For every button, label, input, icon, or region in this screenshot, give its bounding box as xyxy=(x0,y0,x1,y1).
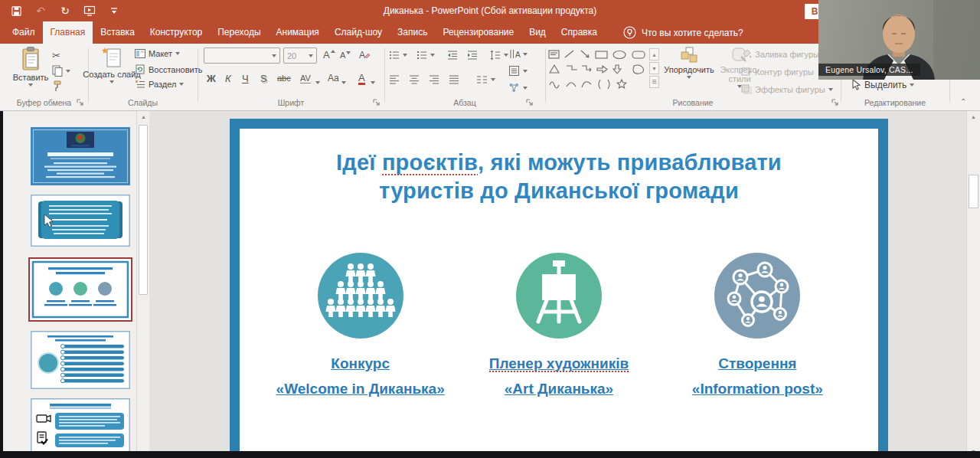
scrollbar-thumb[interactable] xyxy=(139,125,148,295)
slide-title[interactable]: Ідеї проєктів, які можуть приваблювати т… xyxy=(240,149,878,205)
paragraph-dialog-launcher[interactable] xyxy=(526,99,534,106)
section-label: Раздел xyxy=(149,80,176,89)
increase-indent-button[interactable] xyxy=(467,50,478,61)
text-direction-button[interactable]: A xyxy=(508,48,528,60)
editing-group-label: Редактирование xyxy=(841,98,949,107)
slide-item-contest[interactable]: Конкурс «Welcome in Диканька» xyxy=(261,253,459,397)
slide-thumbnail-1[interactable] xyxy=(31,127,130,185)
font-dialog-launcher[interactable] xyxy=(373,99,381,106)
tab-slideshow[interactable]: Слайд-шоу xyxy=(327,21,390,44)
layout-button[interactable]: Макет xyxy=(135,49,180,58)
tab-review[interactable]: Рецензирование xyxy=(435,21,521,44)
italic-button[interactable]: К xyxy=(225,73,231,84)
slide-editing-area[interactable]: Ідеї проєктів, які можуть приваблювати т… xyxy=(230,119,888,458)
clear-formatting-button[interactable]: A xyxy=(358,49,371,63)
paste-button[interactable]: Вставить xyxy=(9,47,52,87)
shape-outline-button[interactable]: Контур фигуры xyxy=(741,67,814,77)
webcam-overlay[interactable]: Eugene Ursalov, CAS... xyxy=(818,0,980,80)
format-painter-button[interactable] xyxy=(52,80,63,92)
powerpoint-window: ↶ ↻ Диканька - PowerPoint (Сбой активаци… xyxy=(0,0,980,458)
slide-thumbnail-3-selected[interactable] xyxy=(30,259,131,320)
character-spacing-caret[interactable] xyxy=(315,75,320,87)
layout-label: Макет xyxy=(149,49,172,58)
grow-font-button[interactable]: А xyxy=(323,49,335,61)
shape-fill-button[interactable]: Заливка фигуры xyxy=(741,49,819,59)
tab-transitions[interactable]: Переходы xyxy=(210,21,268,44)
tab-record[interactable]: Запись xyxy=(390,21,435,44)
tell-me-search[interactable]: Что вы хотите сделать? xyxy=(623,21,743,44)
collapse-ribbon-button[interactable]: ⌃ xyxy=(960,97,966,106)
convert-smartart-button[interactable] xyxy=(508,82,528,93)
crowd-icon[interactable] xyxy=(318,253,403,339)
bold-button[interactable]: Ж xyxy=(207,73,216,84)
item-subtitle-link[interactable]: «Art Диканька» xyxy=(459,381,658,397)
numbering-button[interactable] xyxy=(416,50,435,61)
tab-help[interactable]: Справка xyxy=(554,21,605,44)
thumbnail-1-preview xyxy=(31,127,130,185)
vertical-scrollbar[interactable]: ▲ ▼ xyxy=(966,111,980,458)
decrease-indent-button[interactable] xyxy=(447,50,458,61)
copy-button[interactable] xyxy=(52,65,70,77)
strikethrough-button[interactable]: abc xyxy=(277,74,291,83)
select-button[interactable]: Выделить xyxy=(851,79,914,90)
tab-view[interactable]: Вид xyxy=(521,21,554,44)
svg-text:A: A xyxy=(515,51,521,59)
arrange-button[interactable]: Упорядочить xyxy=(662,47,717,79)
slide-item-plein-air[interactable]: Пленер художників «Art Диканька» xyxy=(459,253,658,397)
clipboard-dialog-launcher[interactable] xyxy=(77,99,84,106)
item-subtitle-link[interactable]: «Information post» xyxy=(658,381,857,397)
tab-file[interactable]: Файл xyxy=(5,21,43,44)
chevron-down-icon xyxy=(179,83,184,86)
change-case-caret[interactable] xyxy=(341,75,346,87)
section-button[interactable]: Раздел xyxy=(135,80,184,89)
bullets-button[interactable] xyxy=(389,50,407,61)
item-title-link[interactable]: Конкурс xyxy=(261,355,459,372)
underline-button[interactable]: Ч xyxy=(242,73,249,84)
shapes-more-button[interactable]: ☰ xyxy=(649,76,659,88)
columns-button[interactable] xyxy=(476,74,495,85)
font-color-caret[interactable] xyxy=(371,75,375,87)
easel-icon[interactable] xyxy=(516,253,602,339)
scroll-up-arrow[interactable]: ▲ xyxy=(137,111,150,123)
shrink-font-label: А xyxy=(340,51,345,60)
tab-insert[interactable]: Вставка xyxy=(93,21,142,44)
text-shadow-button[interactable]: S xyxy=(260,73,267,84)
scrollbar-thumb[interactable] xyxy=(969,175,978,208)
cut-button[interactable]: ✂ xyxy=(52,50,60,61)
network-icon[interactable] xyxy=(714,253,800,339)
item-subtitle-link[interactable]: «Welcome in Диканька» xyxy=(261,381,459,397)
item-title-link[interactable]: Пленер художників xyxy=(459,355,658,372)
align-center-button[interactable] xyxy=(409,74,420,85)
align-right-button[interactable] xyxy=(429,74,439,85)
tab-animations[interactable]: Анимация xyxy=(269,21,327,44)
tab-home[interactable]: Главная xyxy=(43,21,93,44)
font-name-combobox[interactable] xyxy=(204,47,280,64)
clipboard-icon xyxy=(21,47,41,71)
character-spacing-button[interactable]: AV xyxy=(300,74,311,83)
shrink-font-button[interactable]: А xyxy=(340,51,351,60)
shapes-scroll-down[interactable]: ▼ xyxy=(649,62,659,74)
thumbnail-scrollbar[interactable]: ▲ xyxy=(136,111,149,458)
align-text-button[interactable] xyxy=(508,65,528,77)
font-size-combobox[interactable]: 20 xyxy=(283,47,317,64)
scroll-up-arrow[interactable]: ▲ xyxy=(967,111,980,123)
video-letterbox-left xyxy=(0,111,3,458)
change-case-button[interactable]: Aa xyxy=(328,73,339,83)
new-slide-button[interactable]: Создать слайд xyxy=(92,47,132,83)
drawing-dialog-launcher[interactable] xyxy=(831,99,839,106)
shapes-scroll-up[interactable]: ▲ xyxy=(649,48,659,61)
reset-button[interactable]: Восстановить xyxy=(135,64,202,74)
slide-thumbnail-4[interactable] xyxy=(31,331,130,389)
slide-item-info-post[interactable]: Створення «Information post» xyxy=(658,253,857,397)
slide-thumbnail-5[interactable] xyxy=(31,398,130,453)
slide-thumbnail-panel: 1 2 xyxy=(3,111,136,458)
tab-design[interactable]: Конструктор xyxy=(142,21,210,44)
shapes-gallery[interactable] xyxy=(548,48,646,91)
align-left-button[interactable] xyxy=(389,74,400,85)
line-spacing-button[interactable] xyxy=(490,50,508,61)
slide-thumbnail-2[interactable] xyxy=(31,195,130,247)
shape-effects-button[interactable]: Эффекты фигуры xyxy=(741,84,833,94)
font-color-button[interactable]: А xyxy=(358,73,365,85)
justify-button[interactable] xyxy=(449,74,459,85)
item-title-link[interactable]: Створення xyxy=(658,355,857,372)
